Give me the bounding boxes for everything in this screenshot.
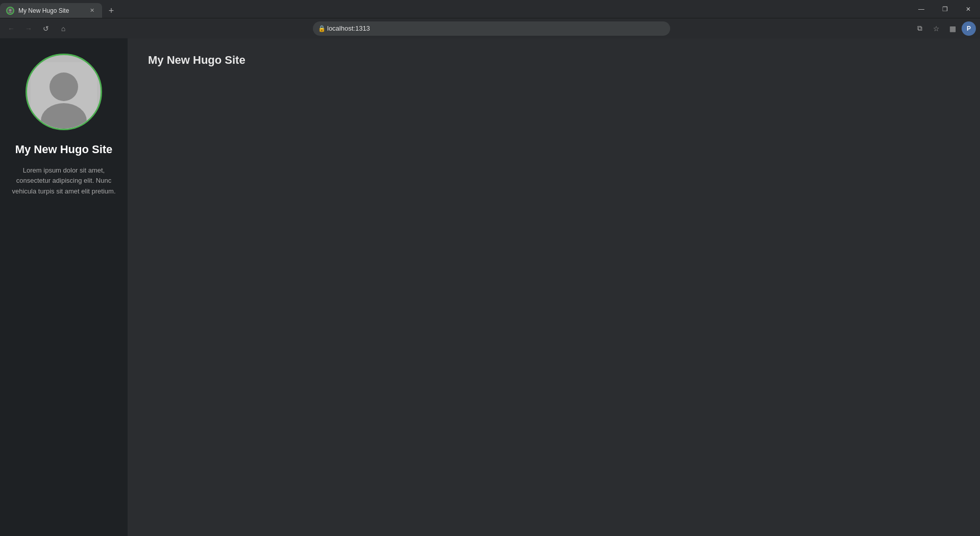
page-content: My New Hugo Site Lorem ipsum dolor sit a… — [0, 38, 980, 536]
maximize-button[interactable]: ❐ — [933, 0, 957, 18]
active-tab[interactable]: My New Hugo Site ✕ — [0, 3, 102, 18]
back-button[interactable]: ← — [4, 21, 18, 36]
sidebar-description: Lorem ipsum dolor sit amet, consectetur … — [10, 165, 117, 197]
tab-close-button[interactable]: ✕ — [88, 7, 96, 15]
profile-button[interactable]: P — [962, 21, 976, 36]
address-input[interactable] — [313, 21, 670, 36]
window-controls: — ❐ ✕ — [910, 0, 980, 18]
minimize-button[interactable]: — — [910, 0, 933, 18]
favorites-button[interactable]: ☆ — [929, 21, 943, 36]
reload-button[interactable]: ↺ — [39, 21, 53, 36]
avatar-svg — [31, 62, 97, 129]
browser-window: My New Hugo Site ✕ + — ❐ ✕ ← → ↺ ⌂ 🔒 ⧉ ☆… — [0, 0, 980, 536]
close-button[interactable]: ✕ — [957, 0, 980, 18]
svg-point-0 — [9, 9, 12, 11]
collections-button[interactable]: ▦ — [945, 21, 960, 36]
title-bar: My New Hugo Site ✕ + — ❐ ✕ — [0, 0, 980, 18]
main-content: My New Hugo Site — [128, 38, 980, 536]
lock-icon: 🔒 — [318, 25, 326, 32]
tab-bar: My New Hugo Site ✕ + — [0, 0, 118, 18]
extensions-button[interactable]: ⧉ — [913, 21, 927, 36]
toolbar-right: ⧉ ☆ ▦ P — [913, 21, 976, 36]
new-tab-button[interactable]: + — [104, 4, 118, 18]
avatar — [26, 54, 102, 130]
svg-point-2 — [50, 72, 78, 101]
sidebar: My New Hugo Site Lorem ipsum dolor sit a… — [0, 38, 128, 536]
forward-button[interactable]: → — [21, 21, 36, 36]
sidebar-site-title: My New Hugo Site — [15, 142, 113, 157]
address-bar: ← → ↺ ⌂ 🔒 ⧉ ☆ ▦ P — [0, 18, 980, 38]
address-container: 🔒 — [313, 21, 670, 36]
page-heading: My New Hugo Site — [148, 54, 960, 67]
tab-title: My New Hugo Site — [18, 7, 84, 14]
home-button[interactable]: ⌂ — [56, 21, 70, 36]
tab-favicon — [6, 7, 14, 15]
